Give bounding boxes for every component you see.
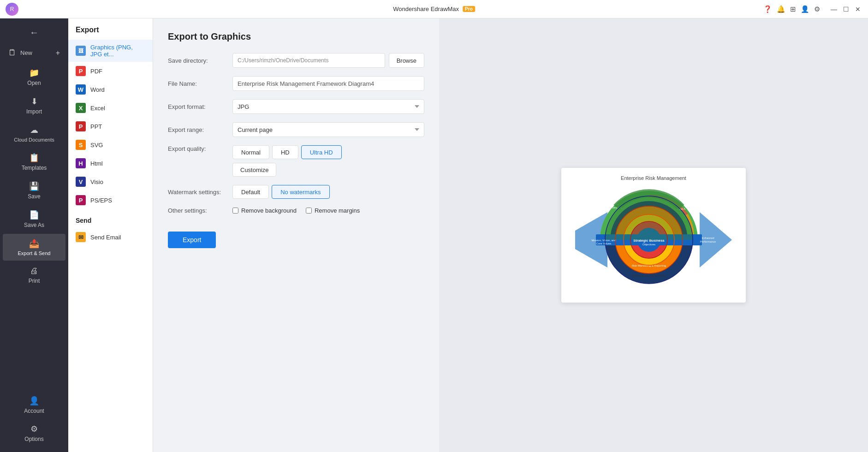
print-icon: 🖨 bbox=[30, 266, 38, 276]
export-item-pdf[interactable]: P PDF bbox=[68, 62, 153, 80]
quality-hd-button[interactable]: HD bbox=[272, 145, 298, 159]
sidebar-item-options[interactable]: ⚙ Options bbox=[3, 419, 65, 447]
watermark-default-button[interactable]: Default bbox=[232, 185, 269, 199]
close-button[interactable]: ✕ bbox=[853, 5, 862, 14]
sidebar-item-save[interactable]: 💾 Save bbox=[3, 177, 65, 204]
grid-icon[interactable]: ⊞ bbox=[790, 5, 796, 13]
sidebar-item-import[interactable]: ⬇ Import bbox=[3, 92, 65, 119]
pro-badge: Pro bbox=[463, 6, 475, 12]
sidebar-item-open[interactable]: 📁 Open bbox=[3, 63, 65, 91]
browse-button[interactable]: Browse bbox=[389, 53, 424, 68]
sidebar: ← 🗒 New + 📁 Open ⬇ Import ☁ Cloud Docume… bbox=[0, 18, 68, 452]
word-label: Word bbox=[90, 86, 105, 93]
pdf-label: PDF bbox=[90, 68, 102, 75]
remove-margins-checkbox[interactable] bbox=[306, 208, 312, 214]
export-item-ppt[interactable]: P PPT bbox=[68, 117, 153, 136]
back-icon: ← bbox=[30, 27, 39, 38]
sidebar-item-saveas[interactable]: 📄 Save As bbox=[3, 205, 65, 233]
svg-text:Enhanced: Enhanced bbox=[702, 237, 714, 239]
pdf-icon: P bbox=[76, 66, 86, 76]
help-icon[interactable]: ❓ bbox=[763, 5, 772, 13]
send-section: Send ✉ Send Email bbox=[68, 209, 153, 250]
sidebar-item-export[interactable]: 📤 Export & Send bbox=[3, 234, 65, 261]
export-item-graphics[interactable]: 🖼 Graphics (PNG, JPG et... bbox=[68, 40, 153, 62]
options-label: Options bbox=[24, 436, 43, 442]
watermark-row: Watermark settings: Default No watermark… bbox=[168, 185, 424, 199]
export-label: Export & Send bbox=[18, 250, 51, 256]
export-format-field: JPG PNG BMP TIFF GIF bbox=[232, 99, 424, 114]
sidebar-item-templates[interactable]: 📋 Templates bbox=[3, 148, 65, 176]
visio-icon: V bbox=[76, 177, 86, 187]
email-icon: ✉ bbox=[76, 232, 86, 242]
diagram-container: Align to Org Strategy Dept A Strategic B… bbox=[571, 184, 737, 295]
export-form: Export to Graphics Save directory: Brows… bbox=[153, 18, 439, 452]
excel-label: Excel bbox=[90, 105, 105, 112]
export-range-field: Current page All pages bbox=[232, 122, 424, 137]
file-name-field bbox=[232, 76, 424, 91]
remove-background-checkbox[interactable] bbox=[232, 208, 238, 214]
save-icon: 💾 bbox=[29, 181, 39, 191]
graphics-icon: 🖼 bbox=[76, 46, 86, 56]
export-item-svg[interactable]: S SVG bbox=[68, 136, 153, 154]
sidebar-item-new[interactable]: 🗒 New + bbox=[3, 43, 65, 62]
customize-button[interactable]: Customize bbox=[232, 163, 276, 177]
remove-margins-label[interactable]: Remove margins bbox=[306, 207, 360, 214]
account-label: Account bbox=[24, 408, 44, 414]
word-icon: W bbox=[76, 84, 86, 95]
export-format-select[interactable]: JPG PNG BMP TIFF GIF bbox=[232, 99, 424, 114]
watermark-field: Default No watermarks bbox=[232, 185, 424, 199]
export-item-pseps[interactable]: P PS/EPS bbox=[68, 191, 153, 209]
save-directory-input[interactable] bbox=[232, 53, 385, 68]
svg-text:Risk Monitoring & Reporting: Risk Monitoring & Reporting bbox=[632, 264, 666, 267]
saveas-label: Save As bbox=[24, 222, 44, 228]
maximize-button[interactable]: ☐ bbox=[841, 5, 850, 14]
export-quality-row: Export quality: Normal HD Ultra HD Custo… bbox=[168, 145, 424, 177]
svg-icon: S bbox=[76, 140, 86, 150]
file-name-input[interactable] bbox=[232, 76, 424, 91]
export-panel-title: Export bbox=[68, 26, 153, 40]
back-button[interactable]: ← bbox=[3, 23, 65, 42]
export-range-select[interactable]: Current page All pages bbox=[232, 122, 424, 137]
export-item-visio[interactable]: V Visio bbox=[68, 172, 153, 191]
watermark-none-button[interactable]: No watermarks bbox=[272, 185, 329, 199]
excel-icon: X bbox=[76, 103, 86, 113]
save-directory-field: Browse bbox=[232, 53, 424, 68]
print-label: Print bbox=[29, 278, 40, 284]
quality-normal-button[interactable]: Normal bbox=[232, 145, 269, 159]
sidebar-item-account[interactable]: 👤 Account bbox=[3, 391, 65, 419]
export-icon: 📤 bbox=[29, 238, 39, 249]
svg-text:ERM Governance & Culture: ERM Governance & Culture bbox=[632, 274, 666, 277]
send-email-item[interactable]: ✉ Send Email bbox=[68, 228, 153, 246]
visio-label: Visio bbox=[90, 178, 103, 185]
sidebar-item-cloud[interactable]: ☁ Cloud Documents bbox=[3, 120, 65, 147]
import-label: Import bbox=[26, 108, 42, 115]
svg-label: SVG bbox=[90, 142, 103, 149]
watermark-buttons: Default No watermarks bbox=[232, 185, 424, 199]
sidebar-item-print[interactable]: 🖨 Print bbox=[3, 262, 65, 289]
email-label: Send Email bbox=[90, 234, 121, 241]
settings-icon[interactable]: ⚙ bbox=[814, 5, 820, 13]
export-item-excel[interactable]: X Excel bbox=[68, 99, 153, 117]
save-directory-row: Save directory: Browse bbox=[168, 53, 424, 68]
main-content: Export to Graphics Save directory: Brows… bbox=[153, 18, 868, 452]
send-title: Send bbox=[68, 217, 153, 228]
cloud-icon: ☁ bbox=[30, 125, 38, 135]
export-item-word[interactable]: W Word bbox=[68, 80, 153, 99]
ppt-icon: P bbox=[76, 121, 86, 131]
svg-marker-1 bbox=[700, 212, 732, 268]
export-range-label: Export range: bbox=[168, 126, 232, 133]
quality-ultrahd-button[interactable]: Ultra HD bbox=[301, 145, 342, 159]
html-label: Html bbox=[90, 160, 103, 167]
new-label: New bbox=[20, 49, 32, 56]
remove-background-label[interactable]: Remove background bbox=[232, 207, 297, 214]
export-item-html[interactable]: H Html bbox=[68, 154, 153, 172]
user-icon[interactable]: 👤 bbox=[801, 5, 809, 13]
new-icon: 🗒 bbox=[8, 48, 17, 58]
minimize-button[interactable]: — bbox=[829, 5, 838, 14]
pseps-label: PS/EPS bbox=[90, 197, 112, 204]
file-name-label: File Name: bbox=[168, 80, 232, 87]
export-button[interactable]: Export bbox=[168, 232, 216, 248]
export-panel: Export 🖼 Graphics (PNG, JPG et... P PDF … bbox=[68, 18, 153, 452]
app-name: Wondershare EdrawMax bbox=[393, 6, 459, 12]
bell-icon[interactable]: 🔔 bbox=[777, 5, 785, 13]
